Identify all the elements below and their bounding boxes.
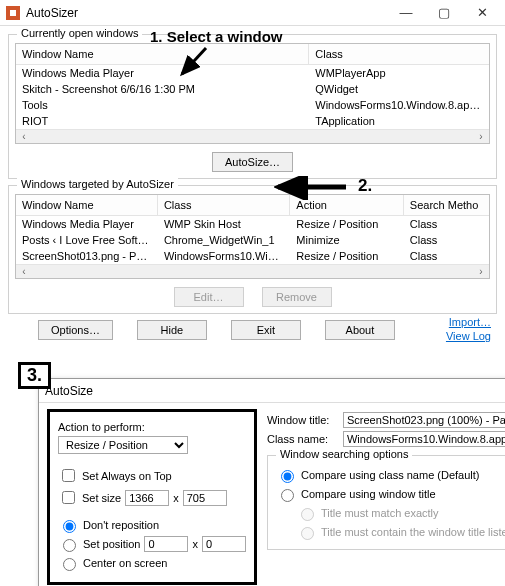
exit-button[interactable]: Exit xyxy=(231,320,301,340)
center-radio[interactable] xyxy=(63,558,76,571)
title-exact-label: Title must match exactly xyxy=(321,507,439,519)
targeted-windows-legend: Windows targeted by AutoSizer xyxy=(17,178,178,190)
class-name-label: Class name: xyxy=(267,433,339,445)
cell-search: Class xyxy=(404,248,489,264)
size-height-input[interactable] xyxy=(183,490,227,506)
scroll-right-icon[interactable]: › xyxy=(475,266,487,278)
dialog-titlebar: AutoSize ✕ xyxy=(39,379,505,403)
cell-search: Class xyxy=(404,216,489,232)
scroll-left-icon[interactable]: ‹ xyxy=(18,266,30,278)
open-windows-legend: Currently open windows xyxy=(17,27,142,39)
col2-window-name[interactable]: Window Name xyxy=(16,195,158,215)
pos-x-input[interactable] xyxy=(144,536,188,552)
dialog-title: AutoSize xyxy=(45,384,93,398)
compare-title-radio[interactable] xyxy=(281,489,294,502)
pos-y-input[interactable] xyxy=(202,536,246,552)
main-button-row: Options… Hide Exit About Import… View Lo… xyxy=(10,320,495,340)
maximize-button[interactable]: ▢ xyxy=(425,2,463,24)
size-x-label: x xyxy=(173,492,179,504)
title-contain-label: Title must contain the window title list… xyxy=(321,526,505,538)
side-links: Import… View Log xyxy=(446,316,491,342)
window-title: AutoSizer xyxy=(26,6,387,20)
app-icon xyxy=(6,6,20,20)
list-item[interactable]: ToolsWindowsForms10.Window.8.app.0.33… xyxy=(16,97,489,113)
cell-class: WMP Skin Host xyxy=(158,216,290,232)
import-link[interactable]: Import… xyxy=(449,316,491,328)
cell-window-name: Skitch - Screenshot 6/6/16 1:30 PM xyxy=(16,81,309,97)
title-exact-radio xyxy=(301,508,314,521)
class-name-input[interactable] xyxy=(343,431,505,447)
hide-button[interactable]: Hide xyxy=(137,320,207,340)
col-window-name[interactable]: Window Name xyxy=(16,44,309,64)
center-label: Center on screen xyxy=(83,557,167,569)
list-item[interactable]: Windows Media PlayerWMPlayerApp xyxy=(16,65,489,81)
col2-action[interactable]: Action xyxy=(290,195,404,215)
pos-x-label: x xyxy=(192,538,198,550)
cell-class: TApplication xyxy=(309,113,489,129)
set-position-label: Set position xyxy=(83,538,140,550)
options-button[interactable]: Options… xyxy=(38,320,113,340)
edit-button[interactable]: Edit… xyxy=(174,287,244,307)
cell-window-name: RIOT xyxy=(16,113,309,129)
col2-search[interactable]: Search Metho xyxy=(404,195,489,215)
cell-class: WMPlayerApp xyxy=(309,65,489,81)
scroll-track[interactable] xyxy=(32,267,473,277)
targeted-header: Window Name Class Action Search Metho xyxy=(16,195,489,216)
cell-search: Class xyxy=(404,232,489,248)
set-position-radio[interactable] xyxy=(63,539,76,552)
window-title-input[interactable] xyxy=(343,412,505,428)
autosize-button[interactable]: AutoSize… xyxy=(212,152,293,172)
titlebar: AutoSizer — ▢ ✕ xyxy=(0,0,505,26)
scroll-right-icon[interactable]: › xyxy=(475,131,487,143)
list-item[interactable]: ScreenShot013.png - P…WindowsForms10.Win… xyxy=(16,248,489,264)
viewlog-link[interactable]: View Log xyxy=(446,330,491,342)
list-item[interactable]: Posts ‹ I Love Free Soft…Chrome_WidgetWi… xyxy=(16,232,489,248)
compare-title-label: Compare using window title xyxy=(301,488,436,500)
always-on-top-label: Set Always on Top xyxy=(82,470,172,482)
cell-action: Resize / Position xyxy=(290,216,404,232)
compare-classname-label: Compare using class name (Default) xyxy=(301,469,480,481)
set-size-label: Set size xyxy=(82,492,121,504)
set-size-checkbox[interactable] xyxy=(62,491,75,504)
targeted-hscroll[interactable]: ‹ › xyxy=(16,264,489,278)
autosize-dialog: AutoSize ✕ Action to perform: Resize / P… xyxy=(38,378,505,586)
open-windows-header: Window Name Class xyxy=(16,44,489,65)
col-class[interactable]: Class xyxy=(309,44,489,64)
about-button[interactable]: About xyxy=(325,320,395,340)
window-title-label: Window title: xyxy=(267,414,339,426)
col2-class[interactable]: Class xyxy=(158,195,290,215)
action-select[interactable]: Resize / Position xyxy=(58,436,188,454)
cell-window-name: Windows Media Player xyxy=(16,65,309,81)
cell-action: Minimize xyxy=(290,232,404,248)
action-highlight-box: Action to perform: Resize / Position Set… xyxy=(47,409,257,585)
scroll-left-icon[interactable]: ‹ xyxy=(18,131,30,143)
cell-action: Resize / Position xyxy=(290,248,404,264)
open-windows-hscroll[interactable]: ‹ › xyxy=(16,129,489,143)
close-button[interactable]: ✕ xyxy=(463,2,501,24)
cell-window-name: Posts ‹ I Love Free Soft… xyxy=(16,232,158,248)
targeted-windows-list[interactable]: Window Name Class Action Search Metho Wi… xyxy=(15,194,490,279)
search-options-legend: Window searching options xyxy=(276,448,412,460)
targeted-windows-group: Windows targeted by AutoSizer Window Nam… xyxy=(8,185,497,314)
size-width-input[interactable] xyxy=(125,490,169,506)
cell-window-name: Tools xyxy=(16,97,309,113)
remove-button[interactable]: Remove xyxy=(262,287,332,307)
list-item[interactable]: Windows Media PlayerWMP Skin HostResize … xyxy=(16,216,489,232)
search-options-group: Window searching options Compare using c… xyxy=(267,455,505,550)
cell-window-name: ScreenShot013.png - P… xyxy=(16,248,158,264)
scroll-track[interactable] xyxy=(32,132,473,142)
cell-class: Chrome_WidgetWin_1 xyxy=(158,232,290,248)
list-item[interactable]: Skitch - Screenshot 6/6/16 1:30 PMQWidge… xyxy=(16,81,489,97)
always-on-top-checkbox[interactable] xyxy=(62,469,75,482)
title-contain-radio xyxy=(301,527,314,540)
dont-reposition-radio[interactable] xyxy=(63,520,76,533)
cell-window-name: Windows Media Player xyxy=(16,216,158,232)
action-label: Action to perform: xyxy=(58,421,145,433)
minimize-button[interactable]: — xyxy=(387,2,425,24)
cell-class: QWidget xyxy=(309,81,489,97)
list-item[interactable]: RIOTTApplication xyxy=(16,113,489,129)
compare-classname-radio[interactable] xyxy=(281,470,294,483)
open-windows-list[interactable]: Window Name Class Windows Media PlayerWM… xyxy=(15,43,490,144)
cell-class: WindowsForms10.Win… xyxy=(158,248,290,264)
dont-reposition-label: Don't reposition xyxy=(83,519,159,531)
